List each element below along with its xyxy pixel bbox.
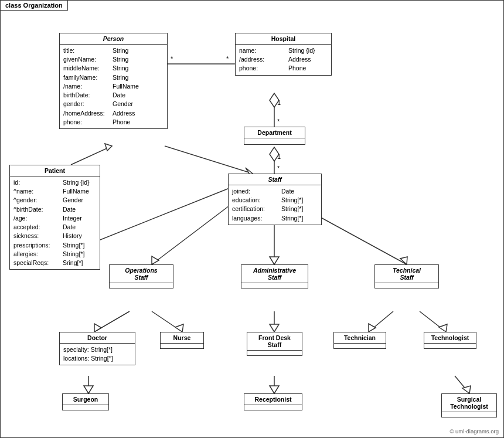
svg-marker-24 [175, 324, 183, 332]
hospital-body: name:String {id} /address:Address phone:… [236, 45, 331, 75]
svg-marker-26 [270, 324, 279, 332]
svg-marker-30 [439, 324, 447, 332]
svg-line-23 [152, 311, 182, 332]
surgeon-title: Surgeon [63, 394, 108, 405]
receptionist-title: Receptionist [244, 394, 302, 405]
doctor-class: Doctor specialty: String[*] locations: S… [59, 332, 135, 365]
svg-marker-8 [270, 147, 279, 161]
technologist-title: Technologist [424, 332, 476, 344]
receptionist-class: Receptionist [244, 393, 302, 410]
doctor-title: Doctor [60, 332, 135, 344]
svg-marker-36 [462, 386, 471, 393]
svg-line-35 [455, 376, 469, 393]
front-desk-staff-title: Front DeskStaff [247, 332, 302, 351]
surgical-technologist-class: SurgicalTechnologist [441, 393, 497, 417]
svg-text:*: * [277, 165, 280, 172]
svg-line-15 [152, 206, 229, 264]
svg-marker-28 [369, 324, 376, 332]
department-class: Department [244, 127, 305, 145]
technician-class: Technician [333, 332, 386, 349]
svg-marker-34 [270, 386, 279, 393]
person-class: Person title:String givenName:String mid… [59, 33, 168, 129]
front-desk-staff-class: Front DeskStaff [247, 332, 302, 356]
svg-text:*: * [277, 118, 280, 125]
staff-title: Staff [229, 174, 321, 185]
technician-title: Technician [334, 332, 386, 344]
department-title: Department [244, 127, 305, 138]
nurse-title: Nurse [161, 332, 203, 344]
patient-body: id:String {id} ^name:FullName ^gender:Ge… [10, 176, 100, 269]
svg-line-13 [165, 146, 253, 174]
svg-marker-32 [84, 386, 93, 393]
administrative-staff-class: AdministrativeStaff [241, 264, 308, 288]
svg-text:1: 1 [277, 153, 281, 160]
svg-marker-16 [152, 256, 159, 264]
department-body [244, 138, 305, 144]
svg-text:*: * [171, 55, 173, 62]
svg-line-11 [71, 146, 112, 165]
technologist-class: Technologist [424, 332, 476, 349]
copyright: © uml-diagrams.org [449, 428, 499, 434]
nurse-class: Nurse [160, 332, 204, 349]
technical-staff-class: TechnicalStaff [374, 264, 439, 288]
patient-title: Patient [10, 165, 100, 176]
staff-body: joined:Date education:String[*] certific… [229, 185, 321, 225]
person-body: title:String givenName:String middleName… [60, 45, 167, 128]
diagram-container: class Organization * * 1 * 1 * [0, 0, 504, 438]
surgeon-class: Surgeon [62, 393, 109, 410]
svg-marker-12 [105, 144, 112, 151]
staff-class: Staff joined:Date education:String[*] ce… [228, 174, 322, 225]
operations-staff-title: OperationsStaff [110, 265, 173, 283]
diagram-title: class Organization [1, 1, 68, 11]
hospital-title: Hospital [236, 33, 331, 45]
svg-marker-22 [94, 324, 101, 332]
operations-staff-class: OperationsStaff [109, 264, 173, 288]
svg-marker-20 [400, 257, 407, 264]
administrative-staff-title: AdministrativeStaff [241, 265, 308, 283]
svg-text:*: * [226, 55, 229, 62]
person-title: Person [60, 33, 167, 45]
svg-line-27 [369, 311, 393, 332]
surgical-technologist-title: SurgicalTechnologist [442, 394, 496, 412]
svg-line-29 [420, 311, 446, 332]
svg-text:1: 1 [277, 99, 281, 106]
doctor-body: specialty: String[*] locations: String[*… [60, 344, 135, 365]
patient-class: Patient id:String {id} ^name:FullName ^g… [9, 165, 100, 270]
technical-staff-title: TechnicalStaff [375, 265, 438, 283]
svg-marker-18 [270, 257, 279, 264]
svg-marker-4 [270, 93, 279, 107]
svg-line-21 [94, 311, 130, 332]
hospital-class: Hospital name:String {id} /address:Addre… [235, 33, 332, 76]
